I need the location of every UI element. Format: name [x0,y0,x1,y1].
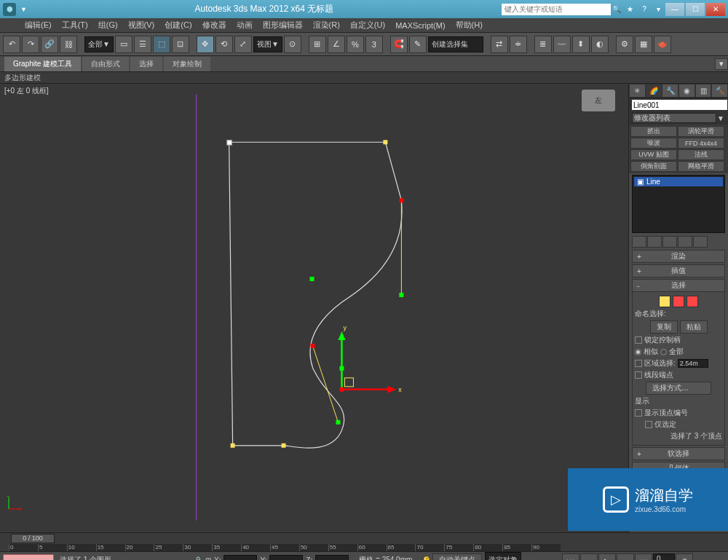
app-logo[interactable]: ⬢ [3,3,16,16]
lock-handles-checkbox[interactable] [635,336,642,344]
ribbon-collapse-button[interactable]: ▾ [715,58,728,70]
goto-end-button[interactable]: ⏭ [635,553,652,560]
rollout-interp[interactable]: +插值 [632,264,725,277]
modifier-list-dropdown[interactable]: 修改器列表 [632,113,716,123]
subobj-spline-button[interactable] [687,296,698,307]
magnet-icon[interactable]: 🧲 [390,36,408,53]
search-icon[interactable]: 🔍 [611,4,622,15]
mod-turbosmooth[interactable]: 涡轮平滑 [678,126,724,137]
mod-extrude[interactable]: 挤出 [630,126,677,137]
spinner-snap-button[interactable]: 3 [365,36,383,53]
menu-render[interactable]: 渲染(R) [313,20,340,31]
frame-input[interactable] [653,553,675,560]
object-name-input[interactable] [632,100,727,110]
move-button[interactable]: ✥ [197,36,214,53]
similar-radio[interactable] [635,349,641,355]
mod-noise[interactable]: 噪波 [630,138,677,149]
undo-button[interactable]: ↶ [3,36,20,53]
tab-motion[interactable]: ◉ [678,84,695,98]
subobj-segment-button[interactable] [673,296,684,307]
prev-frame-button[interactable]: ◂ [580,553,598,560]
pivot-button[interactable]: ⊙ [284,36,301,53]
area-sel-spinner[interactable] [678,359,708,368]
key-icon[interactable]: 🔑 [421,556,430,561]
keymode-dropdown[interactable]: 选定对象 [485,552,521,560]
modifier-stack[interactable]: ▣ Line [632,175,725,233]
stack-remove-button[interactable] [678,236,692,248]
selection-filter-dropdown[interactable]: 全部 ▼ [84,36,114,52]
menu-modifiers[interactable]: 修改器 [202,20,226,31]
menu-animation[interactable]: 动画 [237,20,253,31]
stack-unique-button[interactable] [662,236,677,248]
ribbon-tab-graphite[interactable]: Graphite 建模工具 [4,57,81,71]
link-button[interactable]: 🔗 [41,36,58,53]
scale-button[interactable]: ⤢ [234,36,252,53]
tab-modify[interactable]: 🌈 [646,84,662,98]
named-selset-dropdown[interactable]: 创建选择集 [428,36,483,52]
redo-button[interactable]: ↷ [22,36,39,53]
stack-pin-button[interactable] [632,236,646,248]
menu-graph[interactable]: 图形编辑器 [263,20,303,31]
mirror-button[interactable]: ⇄ [491,36,508,53]
mod-ffd[interactable]: FFD 4x4x4 [678,138,724,149]
angle-snap-button[interactable]: ∠ [328,36,345,53]
select-by-button[interactable]: 选择方式… [646,382,711,395]
autokey-button[interactable]: 自动关键点 [432,553,482,560]
material-button[interactable]: ◐ [591,36,609,53]
select-name-button[interactable]: ☰ [134,36,151,53]
script-listener[interactable] [3,554,54,560]
menu-customize[interactable]: 自定义(U) [350,20,385,31]
tab-hierarchy[interactable]: 🔧 [662,84,678,98]
x-input[interactable] [223,555,257,560]
minimize-button[interactable]: — [665,3,684,16]
ribbon-tab-select[interactable]: 选择 [130,57,162,71]
select-button[interactable]: ▭ [115,36,132,53]
rollout-select[interactable]: -选择 [632,279,725,292]
copy-button[interactable]: 复制 [650,320,678,334]
viewport-label[interactable]: [+0 左 0 线框] [4,86,49,96]
rollout-render[interactable]: +渲染 [632,250,725,263]
seg-end-checkbox[interactable] [635,371,642,379]
align-button[interactable]: ≑ [510,36,527,53]
snap-button[interactable]: ⊞ [309,36,326,53]
paste-button[interactable]: 粘贴 [680,320,708,334]
select-rect-button[interactable]: ⬚ [153,36,170,53]
menu-tools[interactable]: 工具(T) [62,20,88,31]
help-icon[interactable]: ? [638,4,650,15]
star-icon[interactable]: ★ [625,4,636,15]
help-search-input[interactable] [502,4,611,15]
close-button[interactable]: ✕ [706,3,725,16]
tab-display[interactable]: ▥ [695,84,712,98]
ref-coord-dropdown[interactable]: 视图 ▼ [253,36,282,52]
play-button[interactable]: ▶ [598,553,616,560]
poly-model-bar[interactable]: 多边形建模 [0,72,728,84]
ribbon-tab-freeform[interactable]: 自由形式 [82,57,129,71]
mod-normal[interactable]: 法线 [678,149,724,160]
menu-group[interactable]: 组(G) [98,20,118,31]
render-frame-button[interactable]: ▦ [635,36,652,53]
lock-icon[interactable]: 🔒 [194,556,202,561]
rotate-button[interactable]: ⟲ [215,36,233,53]
next-frame-button[interactable]: ▸ [617,553,634,560]
maximize-button[interactable]: ☐ [686,3,705,16]
menu-help[interactable]: 帮助(H) [456,20,483,31]
dropdown-icon[interactable]: ▼ [20,6,27,13]
stack-item-line[interactable]: ▣ Line [634,177,723,186]
stack-show-button[interactable] [647,236,662,248]
more-icon[interactable]: ▾ [652,4,664,15]
show-vtx-checkbox[interactable] [635,409,642,417]
unlink-button[interactable]: ⛓ [60,36,77,53]
layer-button[interactable]: ≣ [534,36,552,53]
viewcube[interactable]: 左 [582,90,615,111]
menu-maxscript[interactable]: MAXScript(M) [395,21,445,30]
goto-start-button[interactable]: ⏮ [562,553,579,560]
curve-editor-button[interactable]: 〰 [553,36,571,53]
rollout-softsel[interactable]: +软选择 [632,447,725,460]
mod-meshsmooth[interactable]: 网格平滑 [678,161,724,172]
schematic-button[interactable]: ⬍ [572,36,590,53]
stack-config-button[interactable] [693,236,708,248]
time-ruler[interactable]: 0510 152025 303540 455055 606570 758085 … [9,544,561,551]
render-button[interactable]: 🫖 [654,36,671,53]
timeline[interactable]: 0 / 100 0510 152025 303540 455055 606570… [0,532,728,551]
menu-create[interactable]: 创建(C) [165,20,191,31]
